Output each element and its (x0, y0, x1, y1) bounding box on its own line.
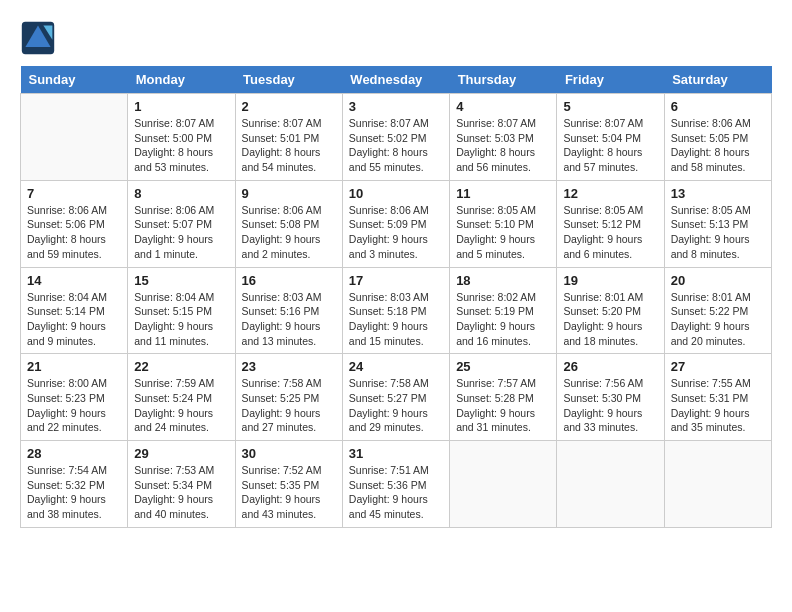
cell-w4-d3: 31Sunrise: 7:51 AM Sunset: 5:36 PM Dayli… (342, 441, 449, 528)
day-detail: Sunrise: 8:06 AM Sunset: 5:08 PM Dayligh… (242, 203, 336, 262)
week-row-0: 1Sunrise: 8:07 AM Sunset: 5:00 PM Daylig… (21, 94, 772, 181)
cell-w4-d5 (557, 441, 664, 528)
cell-w3-d5: 26Sunrise: 7:56 AM Sunset: 5:30 PM Dayli… (557, 354, 664, 441)
day-detail: Sunrise: 8:06 AM Sunset: 5:06 PM Dayligh… (27, 203, 121, 262)
day-number: 16 (242, 273, 336, 288)
logo-icon (20, 20, 56, 56)
day-number: 26 (563, 359, 657, 374)
day-detail: Sunrise: 8:03 AM Sunset: 5:18 PM Dayligh… (349, 290, 443, 349)
day-detail: Sunrise: 7:54 AM Sunset: 5:32 PM Dayligh… (27, 463, 121, 522)
day-detail: Sunrise: 7:55 AM Sunset: 5:31 PM Dayligh… (671, 376, 765, 435)
cell-w4-d6 (664, 441, 771, 528)
day-number: 30 (242, 446, 336, 461)
day-number: 17 (349, 273, 443, 288)
day-number: 22 (134, 359, 228, 374)
day-number: 31 (349, 446, 443, 461)
day-detail: Sunrise: 8:03 AM Sunset: 5:16 PM Dayligh… (242, 290, 336, 349)
day-detail: Sunrise: 7:56 AM Sunset: 5:30 PM Dayligh… (563, 376, 657, 435)
day-detail: Sunrise: 8:01 AM Sunset: 5:20 PM Dayligh… (563, 290, 657, 349)
col-header-wednesday: Wednesday (342, 66, 449, 94)
calendar-table: SundayMondayTuesdayWednesdayThursdayFrid… (20, 66, 772, 528)
col-header-friday: Friday (557, 66, 664, 94)
col-header-monday: Monday (128, 66, 235, 94)
day-number: 5 (563, 99, 657, 114)
day-number: 7 (27, 186, 121, 201)
cell-w4-d2: 30Sunrise: 7:52 AM Sunset: 5:35 PM Dayli… (235, 441, 342, 528)
cell-w2-d4: 18Sunrise: 8:02 AM Sunset: 5:19 PM Dayli… (450, 267, 557, 354)
day-number: 14 (27, 273, 121, 288)
cell-w3-d0: 21Sunrise: 8:00 AM Sunset: 5:23 PM Dayli… (21, 354, 128, 441)
day-number: 12 (563, 186, 657, 201)
cell-w4-d1: 29Sunrise: 7:53 AM Sunset: 5:34 PM Dayli… (128, 441, 235, 528)
week-row-2: 14Sunrise: 8:04 AM Sunset: 5:14 PM Dayli… (21, 267, 772, 354)
day-detail: Sunrise: 7:53 AM Sunset: 5:34 PM Dayligh… (134, 463, 228, 522)
week-row-3: 21Sunrise: 8:00 AM Sunset: 5:23 PM Dayli… (21, 354, 772, 441)
cell-w2-d0: 14Sunrise: 8:04 AM Sunset: 5:14 PM Dayli… (21, 267, 128, 354)
cell-w3-d2: 23Sunrise: 7:58 AM Sunset: 5:25 PM Dayli… (235, 354, 342, 441)
day-number: 23 (242, 359, 336, 374)
day-number: 1 (134, 99, 228, 114)
cell-w0-d5: 5Sunrise: 8:07 AM Sunset: 5:04 PM Daylig… (557, 94, 664, 181)
day-detail: Sunrise: 8:07 AM Sunset: 5:00 PM Dayligh… (134, 116, 228, 175)
day-number: 25 (456, 359, 550, 374)
day-number: 10 (349, 186, 443, 201)
cell-w3-d3: 24Sunrise: 7:58 AM Sunset: 5:27 PM Dayli… (342, 354, 449, 441)
cell-w2-d5: 19Sunrise: 8:01 AM Sunset: 5:20 PM Dayli… (557, 267, 664, 354)
day-number: 21 (27, 359, 121, 374)
header (20, 20, 772, 56)
day-detail: Sunrise: 7:58 AM Sunset: 5:25 PM Dayligh… (242, 376, 336, 435)
day-number: 18 (456, 273, 550, 288)
day-number: 8 (134, 186, 228, 201)
cell-w0-d1: 1Sunrise: 8:07 AM Sunset: 5:00 PM Daylig… (128, 94, 235, 181)
day-detail: Sunrise: 7:59 AM Sunset: 5:24 PM Dayligh… (134, 376, 228, 435)
day-number: 4 (456, 99, 550, 114)
day-number: 9 (242, 186, 336, 201)
week-row-4: 28Sunrise: 7:54 AM Sunset: 5:32 PM Dayli… (21, 441, 772, 528)
cell-w2-d1: 15Sunrise: 8:04 AM Sunset: 5:15 PM Dayli… (128, 267, 235, 354)
day-detail: Sunrise: 7:58 AM Sunset: 5:27 PM Dayligh… (349, 376, 443, 435)
day-number: 6 (671, 99, 765, 114)
cell-w4-d4 (450, 441, 557, 528)
day-detail: Sunrise: 8:00 AM Sunset: 5:23 PM Dayligh… (27, 376, 121, 435)
cell-w1-d6: 13Sunrise: 8:05 AM Sunset: 5:13 PM Dayli… (664, 180, 771, 267)
col-header-tuesday: Tuesday (235, 66, 342, 94)
day-detail: Sunrise: 7:57 AM Sunset: 5:28 PM Dayligh… (456, 376, 550, 435)
logo (20, 20, 60, 56)
cell-w3-d1: 22Sunrise: 7:59 AM Sunset: 5:24 PM Dayli… (128, 354, 235, 441)
cell-w4-d0: 28Sunrise: 7:54 AM Sunset: 5:32 PM Dayli… (21, 441, 128, 528)
cell-w1-d4: 11Sunrise: 8:05 AM Sunset: 5:10 PM Dayli… (450, 180, 557, 267)
day-detail: Sunrise: 8:01 AM Sunset: 5:22 PM Dayligh… (671, 290, 765, 349)
day-detail: Sunrise: 8:06 AM Sunset: 5:07 PM Dayligh… (134, 203, 228, 262)
cell-w2-d2: 16Sunrise: 8:03 AM Sunset: 5:16 PM Dayli… (235, 267, 342, 354)
day-number: 24 (349, 359, 443, 374)
cell-w0-d3: 3Sunrise: 8:07 AM Sunset: 5:02 PM Daylig… (342, 94, 449, 181)
day-detail: Sunrise: 7:51 AM Sunset: 5:36 PM Dayligh… (349, 463, 443, 522)
day-number: 3 (349, 99, 443, 114)
day-detail: Sunrise: 8:07 AM Sunset: 5:03 PM Dayligh… (456, 116, 550, 175)
day-detail: Sunrise: 8:06 AM Sunset: 5:09 PM Dayligh… (349, 203, 443, 262)
cell-w3-d4: 25Sunrise: 7:57 AM Sunset: 5:28 PM Dayli… (450, 354, 557, 441)
day-detail: Sunrise: 7:52 AM Sunset: 5:35 PM Dayligh… (242, 463, 336, 522)
col-header-saturday: Saturday (664, 66, 771, 94)
week-row-1: 7Sunrise: 8:06 AM Sunset: 5:06 PM Daylig… (21, 180, 772, 267)
day-detail: Sunrise: 8:06 AM Sunset: 5:05 PM Dayligh… (671, 116, 765, 175)
day-detail: Sunrise: 8:05 AM Sunset: 5:13 PM Dayligh… (671, 203, 765, 262)
cell-w0-d6: 6Sunrise: 8:06 AM Sunset: 5:05 PM Daylig… (664, 94, 771, 181)
day-number: 2 (242, 99, 336, 114)
day-detail: Sunrise: 8:05 AM Sunset: 5:10 PM Dayligh… (456, 203, 550, 262)
day-number: 29 (134, 446, 228, 461)
col-header-thursday: Thursday (450, 66, 557, 94)
day-detail: Sunrise: 8:04 AM Sunset: 5:14 PM Dayligh… (27, 290, 121, 349)
day-number: 27 (671, 359, 765, 374)
cell-w2-d6: 20Sunrise: 8:01 AM Sunset: 5:22 PM Dayli… (664, 267, 771, 354)
day-number: 13 (671, 186, 765, 201)
header-row: SundayMondayTuesdayWednesdayThursdayFrid… (21, 66, 772, 94)
day-detail: Sunrise: 8:07 AM Sunset: 5:04 PM Dayligh… (563, 116, 657, 175)
day-number: 28 (27, 446, 121, 461)
day-detail: Sunrise: 8:05 AM Sunset: 5:12 PM Dayligh… (563, 203, 657, 262)
day-number: 11 (456, 186, 550, 201)
col-header-sunday: Sunday (21, 66, 128, 94)
cell-w1-d5: 12Sunrise: 8:05 AM Sunset: 5:12 PM Dayli… (557, 180, 664, 267)
cell-w1-d2: 9Sunrise: 8:06 AM Sunset: 5:08 PM Daylig… (235, 180, 342, 267)
cell-w0-d0 (21, 94, 128, 181)
